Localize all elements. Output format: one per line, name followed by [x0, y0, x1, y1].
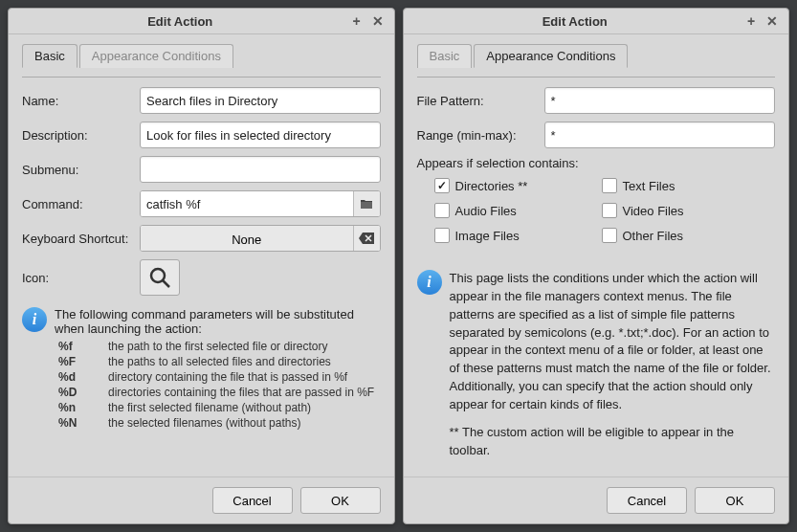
ok-button[interactable]: OK — [300, 487, 381, 514]
window-keep-above-icon[interactable]: + — [742, 12, 760, 30]
name-label: Name: — [22, 94, 132, 108]
edit-action-window-appearance: Edit Action + ✕ Basic Appearance Conditi… — [403, 8, 790, 524]
close-icon[interactable]: ✕ — [369, 12, 387, 30]
edit-action-window-basic: Edit Action + ✕ Basic Appearance Conditi… — [8, 8, 395, 524]
info-icon: i — [22, 307, 47, 332]
range-input[interactable] — [544, 122, 776, 148]
svg-line-1 — [163, 280, 169, 287]
command-label: Command: — [22, 197, 132, 211]
check-text-files[interactable]: Text Files — [602, 178, 731, 193]
param-desc: the paths to all selected files and dire… — [108, 355, 331, 368]
file-pattern-label: File Pattern: — [417, 94, 537, 108]
description-input[interactable] — [140, 122, 381, 148]
checkbox-icon — [602, 203, 617, 218]
close-icon[interactable]: ✕ — [764, 12, 781, 30]
cancel-button[interactable]: Cancel — [212, 487, 293, 514]
checkbox-icon — [434, 178, 450, 193]
param-key: %D — [58, 386, 108, 399]
titlebar: Edit Action + ✕ — [404, 9, 789, 34]
folder-icon — [360, 198, 373, 210]
parameter-table: %fthe path to the first selected file or… — [58, 340, 381, 432]
tab-bar: Basic Appearance Conditions — [22, 44, 381, 68]
check-audio-files[interactable]: Audio Files — [434, 203, 564, 218]
param-desc: the selected filenames (without paths) — [108, 416, 300, 430]
window-title: Edit Action — [542, 14, 608, 29]
name-input[interactable] — [140, 87, 381, 114]
shortcut-button[interactable]: None — [141, 226, 353, 252]
tab-bar: Basic Appearance Conditions — [417, 44, 776, 68]
submenu-label: Submenu: — [22, 163, 132, 177]
window-title: Edit Action — [147, 14, 212, 29]
check-directories[interactable]: Directories ** — [434, 178, 564, 193]
check-other-files[interactable]: Other Files — [602, 228, 731, 243]
appears-label: Appears if selection contains: — [417, 156, 776, 170]
tab-appearance[interactable]: Appearance Conditions — [474, 44, 628, 68]
ok-button[interactable]: OK — [695, 487, 775, 514]
browse-command-button[interactable] — [353, 191, 380, 216]
clear-icon — [359, 233, 374, 244]
info-icon: i — [417, 270, 442, 295]
param-desc: directories containing the files that ar… — [108, 386, 374, 399]
titlebar: Edit Action + ✕ — [9, 9, 394, 34]
help-text-toolbar: ** The custom action will be eligible to… — [450, 424, 776, 460]
submenu-input[interactable] — [140, 156, 381, 183]
magnifier-icon — [148, 266, 171, 289]
tab-appearance[interactable]: Appearance Conditions — [79, 44, 233, 68]
tab-basic[interactable]: Basic — [22, 44, 77, 68]
file-pattern-input[interactable] — [544, 87, 776, 114]
param-key: %F — [58, 355, 108, 368]
param-desc: the first selected filename (without pat… — [108, 401, 311, 414]
icon-label: Icon: — [22, 271, 132, 285]
svg-point-0 — [151, 269, 165, 282]
check-image-files[interactable]: Image Files — [434, 228, 564, 243]
param-key: %d — [58, 370, 108, 384]
info-text: The following command parameters will be… — [55, 307, 381, 336]
param-desc: the path to the first selected file or d… — [108, 340, 327, 353]
check-video-files[interactable]: Video Files — [602, 203, 731, 218]
checkbox-icon — [602, 178, 617, 193]
checkbox-icon — [434, 203, 450, 218]
param-desc: directory containing the file that is pa… — [108, 370, 347, 384]
param-key: %n — [58, 401, 108, 414]
command-input[interactable] — [141, 191, 353, 216]
cancel-button[interactable]: Cancel — [607, 487, 687, 514]
checkbox-icon — [602, 228, 617, 243]
clear-shortcut-button[interactable] — [353, 226, 380, 251]
param-key: %f — [58, 340, 108, 353]
shortcut-label: Keyboard Shortcut: — [22, 232, 132, 246]
window-keep-above-icon[interactable]: + — [348, 12, 365, 30]
range-label: Range (min-max): — [417, 128, 537, 143]
description-label: Description: — [22, 128, 132, 143]
icon-chooser-button[interactable] — [140, 259, 180, 296]
help-text: This page lists the conditions under whi… — [450, 270, 776, 414]
param-key: %N — [58, 416, 108, 430]
checkbox-icon — [434, 228, 450, 243]
tab-basic[interactable]: Basic — [417, 44, 473, 68]
